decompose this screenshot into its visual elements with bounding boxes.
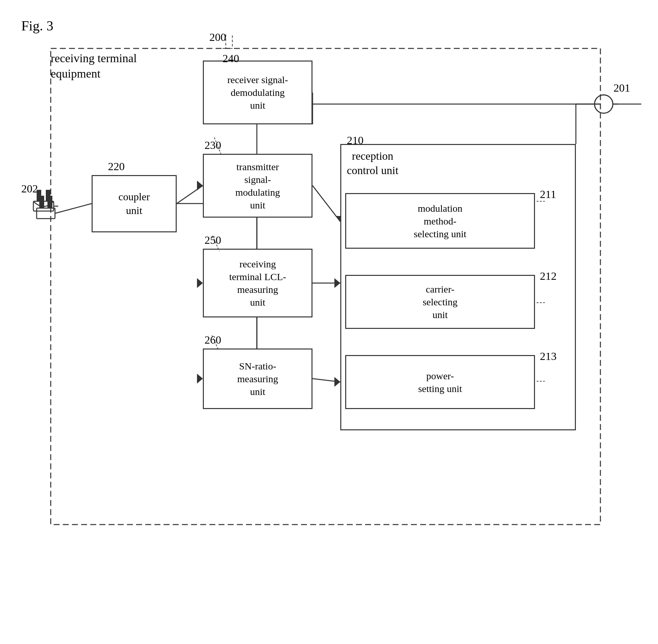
diagram-container: Fig. 3 (0, 0, 658, 644)
arrow-212 (535, 295, 578, 311)
svg-point-38 (594, 95, 613, 113)
svg-rect-41 (46, 190, 50, 201)
box-carrier: carrier- selecting unit (345, 275, 535, 329)
label-201: 201 (613, 82, 630, 94)
box-power: power- setting unit (345, 355, 535, 409)
arrow-211 (535, 193, 578, 209)
svg-line-13 (177, 186, 203, 204)
label-240: 240 (222, 52, 239, 65)
arrow-260 (202, 334, 228, 352)
svg-line-26 (312, 378, 340, 382)
svg-marker-32 (197, 181, 203, 190)
box-transmitter: transmitter signal- modulating unit (203, 154, 312, 217)
arrow-213 (535, 373, 578, 389)
svg-line-22 (312, 186, 340, 222)
reception-control-title: reception control unit (347, 149, 399, 178)
arrow-250 (203, 234, 229, 254)
plug-symbol (29, 188, 59, 224)
box-lcl: receiving terminal LCL- measuring unit (203, 249, 312, 317)
label-213: 213 (540, 350, 557, 363)
svg-marker-36 (334, 377, 340, 387)
label-200-arrow (209, 31, 249, 51)
box-receiver: receiver signal- demodulating unit (203, 61, 312, 124)
label-220: 220 (108, 160, 125, 173)
arrow-230 (205, 136, 231, 156)
svg-line-48 (214, 137, 221, 154)
svg-line-9 (55, 204, 92, 213)
box-coupler: coupler unit (92, 175, 177, 232)
fig-label: Fig. 3 (21, 18, 53, 34)
svg-rect-40 (37, 190, 41, 201)
svg-line-50 (212, 336, 218, 350)
svg-marker-34 (197, 374, 203, 384)
svg-marker-33 (197, 278, 203, 288)
outer-box-label: receiving terminal equipment (51, 51, 137, 82)
antenna-symbol (592, 93, 618, 119)
box-modulation: modulation method- selecting unit (345, 193, 535, 249)
svg-marker-35 (334, 278, 340, 288)
box-sn: SN-ratio- measuring unit (203, 348, 312, 409)
label-210: 210 (347, 134, 363, 146)
label-212: 212 (540, 270, 557, 282)
svg-line-49 (213, 236, 219, 251)
